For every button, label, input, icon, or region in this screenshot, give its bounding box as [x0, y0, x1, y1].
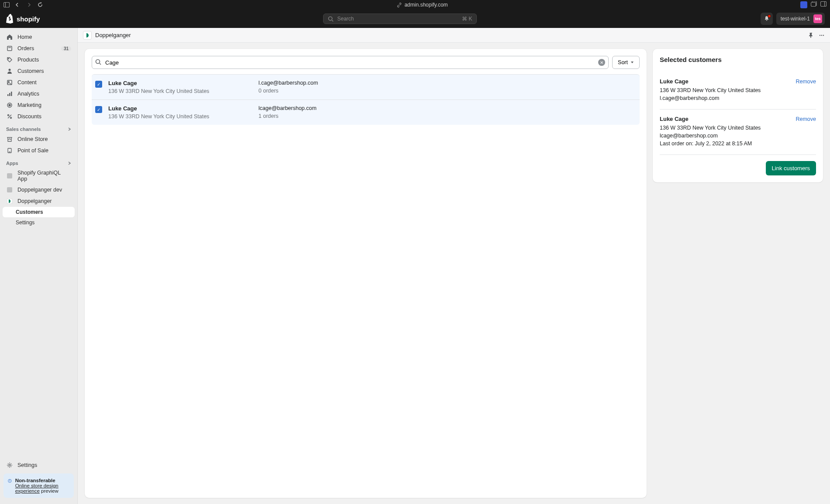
svg-point-10 [9, 69, 11, 71]
svg-point-18 [8, 115, 9, 116]
reload-icon[interactable] [38, 2, 45, 7]
svg-rect-7 [7, 46, 12, 51]
svg-point-12 [8, 81, 9, 82]
result-name: Luke Cage [108, 80, 252, 86]
nav-content[interactable]: Content [3, 77, 75, 88]
browser-tabs-icon[interactable] [811, 1, 817, 8]
nav-label: Orders [17, 45, 34, 51]
more-icon[interactable] [819, 32, 825, 38]
nav-settings[interactable]: Settings [3, 459, 75, 471]
page-title: Doppelganger [95, 32, 131, 38]
link-customers-button[interactable]: Link customers [766, 161, 816, 175]
svg-point-30 [820, 34, 820, 35]
section-label: Sales channels [6, 127, 41, 132]
nav-pos[interactable]: Point of Sale [3, 145, 75, 156]
svg-rect-14 [9, 93, 10, 96]
shopify-logo[interactable]: shopify [5, 14, 40, 24]
chevron-right-icon [68, 127, 71, 131]
brand-text: shopify [17, 15, 40, 23]
checkbox-checked[interactable]: ✓ [95, 106, 102, 113]
analytics-icon [6, 90, 13, 97]
pin-icon[interactable] [808, 32, 814, 38]
customer-search-input[interactable] [92, 56, 609, 69]
link-icon [397, 3, 402, 7]
nav-label: Marketing [17, 102, 41, 108]
discounts-icon [6, 113, 13, 120]
remove-link[interactable]: Remove [796, 116, 816, 122]
svg-rect-23 [7, 173, 12, 178]
nav-marketing[interactable]: Marketing [3, 99, 75, 111]
clear-search-icon[interactable]: ✕ [598, 59, 605, 66]
sidebar-toggle-icon[interactable] [3, 2, 10, 7]
svg-line-6 [332, 20, 334, 21]
sort-label: Sort [618, 59, 628, 65]
caret-down-icon [630, 61, 634, 64]
store-name: test-winkel-1 [781, 16, 810, 22]
nav-app-customers[interactable]: Customers [3, 207, 75, 217]
nav-app-doppelganger-dev[interactable]: Doppelganger dev [3, 184, 75, 195]
search-icon [95, 59, 101, 65]
nav-label: Products [17, 57, 39, 63]
nav-label: Content [17, 79, 37, 86]
search-placeholder: Search [337, 16, 458, 22]
svg-point-9 [8, 58, 9, 59]
selected-title: Selected customers [660, 56, 816, 63]
main: Doppelganger ✕ Sort ✓ [78, 28, 830, 504]
nav-home[interactable]: Home [3, 31, 75, 43]
nav-app-settings[interactable]: Settings [3, 217, 75, 228]
browser-split-icon[interactable] [820, 1, 827, 8]
selected-email: lcage@barbershop.com [660, 133, 816, 139]
sales-channels-section[interactable]: Sales channels [3, 122, 75, 134]
content-icon [6, 79, 13, 86]
selected-address: 136 W 33RD New York City United States [660, 87, 816, 93]
result-orders: 1 orders [258, 113, 636, 119]
app-icon [83, 31, 92, 40]
url-text: admin.shopify.com [404, 2, 448, 8]
nav-label: Analytics [17, 91, 39, 97]
result-email: l.cage@barbershop.com [258, 80, 636, 86]
nav-analytics[interactable]: Analytics [3, 88, 75, 99]
forward-icon[interactable] [26, 2, 33, 7]
selected-name: Luke Cage [660, 78, 689, 85]
store-switcher[interactable]: test-winkel-1 tes [776, 13, 825, 25]
nav-label: Point of Sale [17, 147, 48, 154]
nav-app-graphiql[interactable]: Shopify GraphiQL App [3, 168, 75, 184]
svg-point-19 [10, 117, 12, 119]
nav-orders[interactable]: Orders31 [3, 43, 75, 54]
remove-link[interactable]: Remove [796, 79, 816, 85]
nav-label: Settings [17, 462, 37, 468]
info-suffix: preview [40, 488, 59, 494]
customers-icon [6, 68, 13, 75]
search-shortcut: ⌘ K [462, 16, 472, 22]
nav-customers[interactable]: Customers [3, 65, 75, 77]
selected-address: 136 W 33RD New York City United States [660, 125, 816, 131]
result-row[interactable]: ✓ Luke Cage 136 W 33RD New York City Uni… [92, 74, 640, 99]
apps-section[interactable]: Apps [3, 156, 75, 168]
svg-point-32 [823, 34, 824, 35]
gear-icon [6, 462, 13, 469]
back-icon[interactable] [15, 2, 22, 7]
app-icon [6, 172, 13, 179]
notifications-button[interactable] [761, 13, 773, 25]
result-row[interactable]: ✓ Luke Cage 136 W 33RD New York City Uni… [92, 99, 640, 125]
nav-online-store[interactable]: Online Store [3, 134, 75, 145]
home-icon [6, 34, 13, 41]
browser-url: admin.shopify.com [49, 2, 796, 8]
svg-point-26 [9, 464, 10, 466]
app-icon [6, 198, 13, 205]
nav-app-doppelganger[interactable]: Doppelganger [3, 195, 75, 207]
result-address: 136 W 33RD New York City United States [108, 113, 252, 120]
store-icon [6, 136, 13, 143]
global-search[interactable]: Search ⌘ K [323, 14, 477, 24]
browser-ext-icon[interactable] [800, 1, 807, 8]
nav-products[interactable]: Products [3, 54, 75, 65]
nav-discounts[interactable]: Discounts [3, 111, 75, 122]
section-label: Apps [6, 161, 18, 166]
checkbox-checked[interactable]: ✓ [95, 81, 102, 88]
pos-icon [6, 147, 13, 154]
selected-email: l.cage@barbershop.com [660, 95, 816, 101]
nav-label: Customers [16, 209, 43, 215]
sort-button[interactable]: Sort [612, 56, 640, 69]
svg-point-5 [329, 17, 332, 20]
result-list: ✓ Luke Cage 136 W 33RD New York City Uni… [92, 74, 640, 125]
